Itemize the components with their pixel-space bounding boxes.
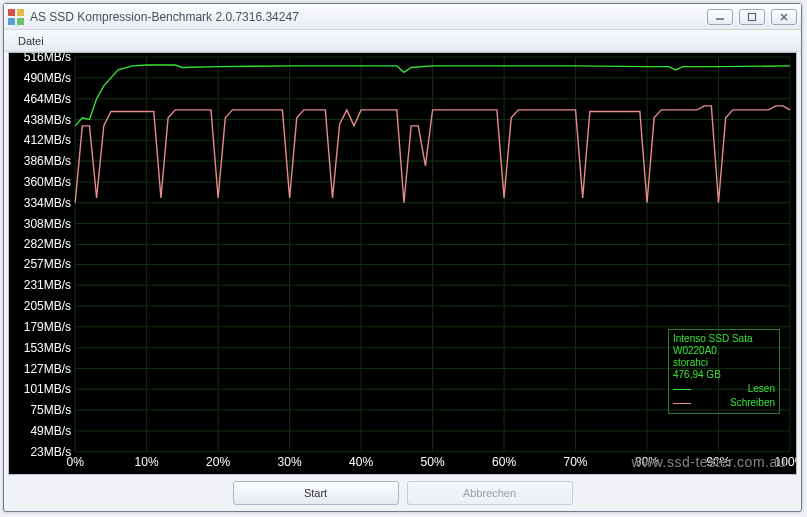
menu-bar: Datei — [4, 30, 801, 52]
svg-rect-1 — [17, 9, 24, 16]
window-title: AS SSD Kompression-Benchmark 2.0.7316.34… — [30, 10, 707, 24]
start-button[interactable]: Start — [233, 481, 399, 505]
svg-text:80%: 80% — [635, 455, 659, 469]
svg-text:438MB/s: 438MB/s — [24, 112, 71, 126]
minimize-button[interactable] — [707, 9, 733, 25]
svg-text:75MB/s: 75MB/s — [30, 403, 71, 417]
svg-text:490MB/s: 490MB/s — [24, 71, 71, 85]
svg-text:257MB/s: 257MB/s — [24, 257, 71, 271]
legend-device: Intenso SSD Sata — [673, 333, 775, 345]
svg-text:100%: 100% — [775, 455, 796, 469]
legend-firmware: W0220A0 — [673, 345, 775, 357]
svg-text:23MB/s: 23MB/s — [30, 445, 71, 459]
legend-swatch-write — [673, 403, 691, 404]
svg-rect-3 — [17, 18, 24, 25]
svg-text:360MB/s: 360MB/s — [24, 175, 71, 189]
app-icon — [8, 9, 24, 25]
window-buttons — [707, 9, 797, 25]
legend-read: Lesen — [695, 383, 775, 395]
svg-text:386MB/s: 386MB/s — [24, 154, 71, 168]
svg-text:412MB/s: 412MB/s — [24, 133, 71, 147]
svg-text:127MB/s: 127MB/s — [24, 361, 71, 375]
svg-text:60%: 60% — [492, 455, 516, 469]
title-bar: AS SSD Kompression-Benchmark 2.0.7316.34… — [4, 4, 801, 30]
svg-text:153MB/s: 153MB/s — [24, 341, 71, 355]
svg-rect-2 — [8, 18, 15, 25]
svg-text:20%: 20% — [206, 455, 230, 469]
svg-text:464MB/s: 464MB/s — [24, 92, 71, 106]
svg-text:90%: 90% — [706, 455, 730, 469]
svg-text:50%: 50% — [421, 455, 445, 469]
svg-text:30%: 30% — [278, 455, 302, 469]
svg-rect-5 — [749, 13, 756, 20]
menu-datei[interactable]: Datei — [10, 33, 52, 49]
legend-box: Intenso SSD Sata W0220A0 storahci 476,94… — [668, 329, 780, 414]
svg-text:49MB/s: 49MB/s — [30, 424, 71, 438]
svg-rect-0 — [8, 9, 15, 16]
legend-driver: storahci — [673, 357, 775, 369]
svg-text:516MB/s: 516MB/s — [24, 53, 71, 64]
svg-text:282MB/s: 282MB/s — [24, 237, 71, 251]
legend-write: Schreiben — [695, 397, 775, 409]
svg-text:0%: 0% — [66, 455, 84, 469]
legend-swatch-read — [673, 389, 691, 390]
button-bar: Start Abbrechen — [4, 475, 801, 511]
svg-text:70%: 70% — [564, 455, 588, 469]
maximize-button[interactable] — [739, 9, 765, 25]
svg-text:40%: 40% — [349, 455, 373, 469]
chart-area: 23MB/s49MB/s75MB/s101MB/s127MB/s153MB/s1… — [8, 52, 797, 475]
svg-text:308MB/s: 308MB/s — [24, 217, 71, 231]
abbrechen-button: Abbrechen — [407, 481, 573, 505]
svg-text:179MB/s: 179MB/s — [24, 320, 71, 334]
svg-text:231MB/s: 231MB/s — [24, 278, 71, 292]
app-window: AS SSD Kompression-Benchmark 2.0.7316.34… — [3, 3, 802, 512]
svg-text:334MB/s: 334MB/s — [24, 196, 71, 210]
svg-text:205MB/s: 205MB/s — [24, 299, 71, 313]
svg-text:10%: 10% — [135, 455, 159, 469]
legend-size: 476,94 GB — [673, 369, 775, 381]
close-button[interactable] — [771, 9, 797, 25]
svg-text:101MB/s: 101MB/s — [24, 382, 71, 396]
